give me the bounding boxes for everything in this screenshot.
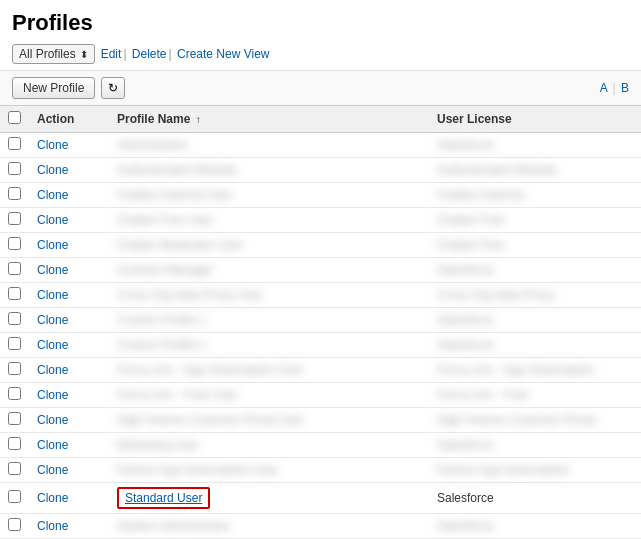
header-profile-name[interactable]: Profile Name ↑	[109, 106, 429, 133]
row-checkbox[interactable]	[8, 412, 21, 425]
action-cell: Clone	[29, 408, 109, 433]
row-checkbox[interactable]	[8, 212, 21, 225]
clone-link[interactable]: Clone	[37, 388, 68, 402]
clone-link[interactable]: Clone	[37, 463, 68, 477]
alpha-a-link[interactable]: A	[600, 81, 607, 95]
table-row: CloneHigh Volume Customer Portal UserHig…	[0, 408, 641, 433]
profile-name-cell: Marketing User	[109, 433, 429, 458]
clone-link[interactable]: Clone	[37, 163, 68, 177]
table-row: CloneStandard UserSalesforce	[0, 483, 641, 514]
row-checkbox[interactable]	[8, 312, 21, 325]
row-checkbox-cell	[0, 458, 29, 483]
action-cell: Clone	[29, 133, 109, 158]
clone-link[interactable]: Clone	[37, 519, 68, 533]
user-license-cell: Salesforce	[429, 308, 641, 333]
clone-link[interactable]: Clone	[37, 313, 68, 327]
refresh-button[interactable]: ↻	[101, 77, 125, 99]
profile-name-cell: Contract Manager	[109, 258, 429, 283]
action-cell: Clone	[29, 233, 109, 258]
clone-link[interactable]: Clone	[37, 363, 68, 377]
user-license-cell: Salesforce	[429, 483, 641, 514]
select-all-checkbox[interactable]	[8, 111, 21, 124]
profile-name-cell: Administrator	[109, 133, 429, 158]
row-checkbox[interactable]	[8, 162, 21, 175]
row-checkbox[interactable]	[8, 187, 21, 200]
profile-name-link[interactable]: Custom Profile 2	[117, 338, 206, 352]
table-row: CloneForce.com - App Subscription UserFo…	[0, 358, 641, 383]
row-checkbox[interactable]	[8, 237, 21, 250]
profile-name-cell: System Administrator	[109, 514, 429, 539]
clone-link[interactable]: Clone	[37, 238, 68, 252]
profile-name-link[interactable]: Cross Org Data Proxy User	[117, 288, 263, 302]
clone-link[interactable]: Clone	[37, 188, 68, 202]
row-checkbox-cell	[0, 308, 29, 333]
clone-link[interactable]: Clone	[37, 413, 68, 427]
alpha-links: A | B	[600, 81, 629, 95]
table-row: CloneSystem AdministratorSalesforce	[0, 514, 641, 539]
row-checkbox-cell	[0, 483, 29, 514]
profile-name-link[interactable]: High Volume Customer Portal User	[117, 413, 304, 427]
action-cell: Clone	[29, 258, 109, 283]
row-checkbox[interactable]	[8, 287, 21, 300]
row-checkbox[interactable]	[8, 387, 21, 400]
row-checkbox-cell	[0, 208, 29, 233]
view-selector-label: All Profiles	[19, 47, 76, 61]
profile-name-link[interactable]: Administrator	[117, 138, 188, 152]
create-new-view-link[interactable]: Create New View	[177, 47, 269, 61]
clone-link[interactable]: Clone	[37, 138, 68, 152]
profile-name-cell: Chatter Moderator User	[109, 233, 429, 258]
table-row: CloneContract ManagerSalesforce	[0, 258, 641, 283]
action-cell: Clone	[29, 483, 109, 514]
toolbar: New Profile ↻ A | B	[0, 71, 641, 106]
clone-link[interactable]: Clone	[37, 438, 68, 452]
row-checkbox[interactable]	[8, 337, 21, 350]
header-action: Action	[29, 106, 109, 133]
action-cell: Clone	[29, 514, 109, 539]
action-cell: Clone	[29, 183, 109, 208]
row-checkbox-cell	[0, 514, 29, 539]
row-checkbox[interactable]	[8, 262, 21, 275]
row-checkbox[interactable]	[8, 518, 21, 531]
user-license-cell: Salesforce	[429, 133, 641, 158]
profile-name-cell: Chatter Free User	[109, 208, 429, 233]
row-checkbox[interactable]	[8, 462, 21, 475]
row-checkbox-cell	[0, 183, 29, 208]
clone-link[interactable]: Clone	[37, 263, 68, 277]
row-checkbox-cell	[0, 283, 29, 308]
alpha-b-link[interactable]: B	[621, 81, 629, 95]
clone-link[interactable]: Clone	[37, 491, 68, 505]
row-checkbox-cell	[0, 433, 29, 458]
chevron-down-icon: ⬍	[80, 49, 88, 60]
profile-name-cell: Custom Profile 1	[109, 308, 429, 333]
delete-link[interactable]: Delete	[132, 47, 167, 61]
profile-name-link[interactable]: Custom Profile 1	[117, 313, 206, 327]
table-row: CloneForce.com - Free UserForce.com - Fr…	[0, 383, 641, 408]
profile-name-link[interactable]: Contract Manager	[117, 263, 213, 277]
row-checkbox[interactable]	[8, 137, 21, 150]
clone-link[interactable]: Clone	[37, 288, 68, 302]
row-checkbox[interactable]	[8, 437, 21, 450]
user-license-cell: Chatter Free	[429, 208, 641, 233]
view-selector[interactable]: All Profiles ⬍	[12, 44, 95, 64]
clone-link[interactable]: Clone	[37, 338, 68, 352]
profile-name-link[interactable]: Chatter Moderator User	[117, 238, 243, 252]
profile-name-link[interactable]: Chatter Free User	[117, 213, 213, 227]
table-header-row: Action Profile Name ↑ User License	[0, 106, 641, 133]
profile-name-cell: Partner App Subscription User	[109, 458, 429, 483]
profile-name-link[interactable]: Partner App Subscription User	[117, 463, 278, 477]
profile-name-link[interactable]: Authenticated Website	[117, 163, 237, 177]
table-row: CloneCustom Profile 2Salesforce	[0, 333, 641, 358]
profile-name-link[interactable]: Standard User	[125, 491, 202, 505]
edit-link[interactable]: Edit	[101, 47, 122, 61]
user-license-cell: Chatter Free	[429, 233, 641, 258]
profile-name-link[interactable]: Marketing User	[117, 438, 198, 452]
row-checkbox[interactable]	[8, 362, 21, 375]
row-checkbox-cell	[0, 133, 29, 158]
new-profile-button[interactable]: New Profile	[12, 77, 95, 99]
profile-name-link[interactable]: Force.com - App Subscription User	[117, 363, 303, 377]
profile-name-link[interactable]: Chatter External User	[117, 188, 232, 202]
profile-name-link[interactable]: Force.com - Free User	[117, 388, 238, 402]
row-checkbox[interactable]	[8, 490, 21, 503]
clone-link[interactable]: Clone	[37, 213, 68, 227]
profile-name-link[interactable]: System Administrator	[117, 519, 230, 533]
